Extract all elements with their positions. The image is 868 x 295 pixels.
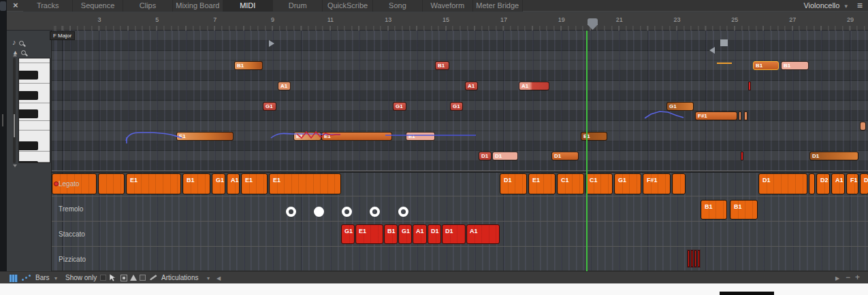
tab-song[interactable]: Song — [373, 0, 423, 12]
black-key[interactable] — [19, 141, 38, 150]
midi-note[interactable]: E1 — [321, 132, 392, 141]
staccato-block[interactable]: B1 — [384, 224, 398, 244]
midi-note[interactable]: E1 — [176, 132, 234, 141]
tab-mixing-board[interactable]: Mixing Board — [173, 0, 223, 12]
legato-block[interactable]: B1 — [182, 173, 210, 194]
legato-block[interactable]: E1 — [126, 173, 181, 194]
legato-block[interactable]: D2 — [816, 173, 830, 194]
tab-meter-bridge[interactable]: Meter Bridge — [473, 0, 523, 12]
velocity-tool-icon[interactable] — [130, 275, 137, 281]
midi-note[interactable]: A1 — [519, 82, 549, 90]
lane-label-tremolo[interactable]: Tremolo — [59, 205, 83, 213]
midi-note[interactable]: G1 — [450, 102, 463, 111]
midi-note[interactable]: F#1 — [695, 111, 737, 120]
midi-note[interactable] — [748, 82, 751, 90]
region-tool-icon[interactable] — [140, 275, 146, 281]
legato-block[interactable]: A1 — [831, 173, 845, 194]
tremolo-symbol-hollow[interactable] — [342, 207, 352, 217]
legato-block[interactable] — [98, 173, 125, 194]
legato-block[interactable]: E1 — [528, 173, 556, 194]
select-tool-icon[interactable] — [120, 275, 127, 281]
black-key[interactable] — [19, 109, 38, 118]
midi-note[interactable]: E1 — [293, 132, 321, 141]
key-signature-badge[interactable]: F Major — [50, 31, 75, 40]
lane-label-pizzicato[interactable]: Pizzicato — [59, 256, 86, 263]
pitch-row[interactable] — [52, 41, 868, 51]
tremolo-symbol-filled[interactable] — [314, 207, 324, 217]
tab-drum[interactable]: Drum — [273, 0, 323, 12]
lane-mode-label[interactable]: Articulations — [161, 274, 198, 281]
menu-icon[interactable]: ≡ — [857, 0, 863, 12]
tab-sequence[interactable]: Sequence — [73, 0, 123, 12]
staccato-block[interactable]: E1 — [355, 224, 383, 244]
lane-label-staccato[interactable]: Staccato — [59, 230, 85, 238]
midi-note[interactable] — [739, 111, 741, 120]
midi-note[interactable]: D1 — [551, 152, 579, 160]
midi-note[interactable]: B1 — [781, 61, 809, 70]
pitch-row[interactable] — [52, 131, 868, 141]
pitch-row[interactable] — [52, 121, 868, 131]
staccato-block[interactable]: A1 — [466, 224, 500, 244]
legato-block[interactable] — [672, 173, 686, 194]
scroll-right-icon[interactable]: ▶ — [835, 275, 839, 281]
midi-note[interactable] — [860, 122, 866, 131]
staccato-block[interactable]: D1 — [442, 224, 466, 244]
chevron-down-icon[interactable]: ▾ — [207, 275, 210, 281]
legato-block[interactable] — [809, 173, 815, 194]
cursor-tool-icon[interactable] — [109, 273, 117, 282]
piano-scrollbar-thumb[interactable] — [14, 114, 15, 137]
section-marker-icon[interactable] — [720, 39, 728, 46]
timeline-ruler[interactable]: 357911131517192123252729 — [7, 12, 868, 31]
piano-roll-editor[interactable]: F Major B1B1B1B1A1A1A1A1G1G1G1G1F#1F1E1E… — [51, 31, 868, 271]
piano-keyboard[interactable] — [18, 58, 50, 163]
legato-block[interactable]: E1 — [269, 173, 341, 194]
tab-midi[interactable]: MIDI — [223, 0, 273, 12]
midi-note[interactable]: E1 — [581, 132, 607, 141]
black-key[interactable] — [19, 161, 38, 163]
midi-note[interactable]: A1 — [278, 82, 291, 90]
midi-note[interactable]: A1 — [465, 82, 478, 90]
tab-quickscribe[interactable]: QuickScribe — [323, 0, 372, 12]
pitch-row[interactable] — [52, 60, 868, 71]
staccato-block[interactable]: A1 — [413, 224, 427, 244]
midi-note[interactable] — [741, 152, 743, 160]
tab-clips[interactable]: Clips — [123, 0, 173, 12]
tab-waveform[interactable]: Waveform — [423, 0, 472, 12]
black-key[interactable] — [19, 91, 38, 100]
piano-scrollbar[interactable] — [13, 58, 16, 163]
tremolo-block[interactable]: B1 — [701, 200, 727, 220]
pitch-row[interactable] — [52, 51, 868, 61]
track-selector[interactable]: Violoncello ▾ — [803, 0, 848, 12]
midi-note[interactable]: D1 — [479, 152, 492, 160]
panel-collapse-stub[interactable] — [0, 1, 6, 11]
midi-note[interactable]: B1 — [234, 61, 263, 70]
legato-block[interactable]: F#1 — [643, 173, 671, 194]
midi-note[interactable]: D1 — [492, 152, 518, 160]
pizzicato-strokes[interactable] — [687, 249, 701, 268]
lane-label-legato[interactable]: Legato — [59, 180, 80, 188]
show-only-checkbox[interactable] — [100, 275, 106, 281]
staccato-block[interactable]: G1 — [341, 224, 355, 244]
tremolo-symbol-hollow[interactable] — [398, 207, 408, 217]
tab-tracks[interactable]: Tracks — [23, 0, 73, 12]
grid-mode-label[interactable]: Bars — [35, 274, 50, 281]
automation-view-icon[interactable] — [22, 279, 24, 281]
midi-note[interactable]: D1 — [809, 152, 858, 160]
close-icon[interactable]: × — [13, 0, 18, 10]
midi-note[interactable] — [744, 111, 748, 120]
midi-note[interactable]: E1 — [406, 132, 435, 141]
midi-note[interactable]: G1 — [393, 102, 406, 111]
legato-block[interactable]: E1 — [241, 173, 268, 194]
midi-note[interactable]: B1 — [435, 61, 449, 70]
black-key[interactable] — [19, 71, 38, 80]
legato-block[interactable]: D1 — [758, 173, 807, 194]
loop-end-marker-icon[interactable] — [709, 47, 715, 54]
scroll-left-icon[interactable]: ◀ — [216, 275, 221, 281]
legato-block[interactable]: C1 — [585, 173, 613, 194]
chevron-down-icon[interactable]: ▾ — [54, 275, 57, 281]
tremolo-symbol-hollow[interactable] — [370, 207, 380, 217]
scroll-down-icon[interactable] — [13, 164, 17, 167]
record-dot-icon[interactable] — [54, 181, 59, 186]
legato-block[interactable]: A1 — [227, 173, 240, 194]
pitch-row[interactable] — [52, 81, 868, 91]
